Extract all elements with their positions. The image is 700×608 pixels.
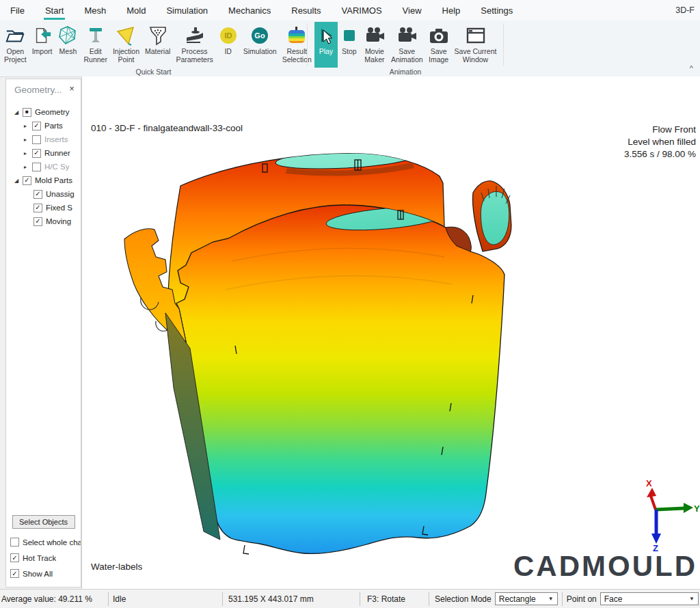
tree-item-moving-side[interactable]: ✓ Moving xyxy=(6,215,81,228)
tree-item-unassigned[interactable]: ✓ Unassig xyxy=(6,187,81,201)
mouse-cursor xyxy=(323,30,334,45)
document-type-label: 3D-F xyxy=(675,0,695,20)
select-whole-chain-checkbox[interactable]: Select whole char xyxy=(6,534,81,550)
ribbon-group-separator xyxy=(503,23,504,66)
chevron-down-icon: ▼ xyxy=(689,596,695,602)
menu-mold[interactable]: Mold xyxy=(116,0,156,20)
checkbox[interactable]: ✓ xyxy=(33,190,42,199)
checkbox[interactable]: ✓ xyxy=(23,176,31,185)
model-title: 010 - 3D-F - finalgateandwall-33-cool xyxy=(91,123,243,133)
simulation-button[interactable]: Go Simulation xyxy=(241,22,280,68)
result-selection-button[interactable]: Result Selection xyxy=(280,22,314,68)
menu-varimos[interactable]: VARIMOS xyxy=(332,0,392,20)
checkbox[interactable]: ■ xyxy=(23,108,31,117)
mesh-button[interactable]: Mesh xyxy=(55,22,81,68)
x-axis-label: X xyxy=(646,478,652,488)
menu-file[interactable]: File xyxy=(0,0,35,20)
menu-view[interactable]: View xyxy=(392,0,432,20)
selection-mode-dropdown[interactable]: Rectangle ▼ xyxy=(495,592,558,605)
svg-text:ID: ID xyxy=(224,31,232,40)
result-subtype: Level when filled xyxy=(624,136,696,148)
menu-mechanics[interactable]: Mechanics xyxy=(218,0,281,20)
ribbon-group-separator xyxy=(307,23,308,66)
status-state: Idle xyxy=(109,590,222,608)
checkbox[interactable]: ✓ xyxy=(33,204,42,212)
process-parameters-icon xyxy=(184,24,206,47)
checkbox[interactable]: ✓ xyxy=(32,149,41,158)
edit-runner-button[interactable]: Edit Runner xyxy=(81,22,109,68)
injection-point-icon xyxy=(116,24,136,47)
result-values: 3.556 s / 98.00 % xyxy=(624,148,696,161)
select-objects-button[interactable]: Select Objects xyxy=(12,515,75,529)
mesh-icon xyxy=(57,24,78,47)
application-window: File Start Mesh Mold Simulation Mechanic… xyxy=(0,0,700,608)
tree-item-runner[interactable]: ▸ ✓ Runner xyxy=(6,146,81,160)
id-button[interactable]: ID ID xyxy=(216,22,241,68)
geometry-sidebar: Geometry... × ◢ ■ Geometry ▸ ✓ Parts ▸ I… xyxy=(0,77,81,589)
result-type: Flow Front xyxy=(624,124,696,136)
group-animation: Animation xyxy=(307,68,504,76)
cadmould-logo: CADMOULD xyxy=(513,550,697,583)
go-icon: Go xyxy=(250,24,269,47)
menu-bar: File Start Mesh Mold Simulation Mechanic… xyxy=(0,0,700,20)
z-axis-arrow xyxy=(651,534,661,544)
tree-item-fixed-side[interactable]: ✓ Fixed S xyxy=(6,201,81,215)
open-project-button[interactable]: Open Project xyxy=(1,22,29,68)
checkbox[interactable] xyxy=(32,163,41,171)
menu-start[interactable]: Start xyxy=(35,0,74,20)
tree-item-parts[interactable]: ▸ ✓ Parts xyxy=(6,119,81,133)
ribbon-toolbar: Open Project Import Mesh Edit Runner xyxy=(0,20,700,77)
injection-point-button[interactable]: Injection Point xyxy=(110,22,142,68)
status-dimensions: 531.195 X 443.017 mm xyxy=(223,590,360,608)
checkbox[interactable]: ✓ xyxy=(33,217,42,226)
import-button[interactable]: Import xyxy=(29,22,55,68)
model-3d-bucket[interactable] xyxy=(81,77,700,589)
tree-item-hc-system[interactable]: ▸ H/C Sy xyxy=(6,160,81,174)
panel-title: Geometry... xyxy=(14,85,62,95)
checkbox[interactable] xyxy=(32,135,41,144)
save-image-button[interactable]: Save Image xyxy=(426,22,452,68)
point-on-dropdown[interactable]: Face ▼ xyxy=(600,592,699,605)
save-animation-button[interactable]: Save Animation xyxy=(388,22,426,68)
geometry-panel: Geometry... × ◢ ■ Geometry ▸ ✓ Parts ▸ I… xyxy=(5,79,81,588)
material-button[interactable]: Material xyxy=(142,22,173,68)
tree-item-mold-parts[interactable]: ◢ ✓ Mold Parts xyxy=(6,174,81,187)
close-icon[interactable]: × xyxy=(67,83,77,94)
menu-help[interactable]: Help xyxy=(432,0,471,20)
save-animation-icon xyxy=(396,24,418,47)
menu-simulation[interactable]: Simulation xyxy=(156,0,218,20)
ribbon-collapse-button[interactable]: ^ xyxy=(690,64,693,72)
checkbox[interactable]: ✓ xyxy=(32,122,41,130)
y-axis-arrow xyxy=(684,503,693,513)
status-average-value: Average value: 49.211 % xyxy=(0,590,108,608)
group-quick-start: Quick Start xyxy=(0,68,307,76)
open-project-icon xyxy=(5,24,25,47)
x-axis-arrow xyxy=(647,488,656,497)
movie-maker-icon xyxy=(364,24,386,47)
process-parameters-button[interactable]: Process Parameters xyxy=(173,22,215,68)
save-image-icon xyxy=(429,24,449,47)
checkbox[interactable]: ✓ xyxy=(10,553,19,562)
status-bar: Average value: 49.211 % Idle 531.195 X 4… xyxy=(0,589,700,608)
point-on-label: Point on xyxy=(563,590,597,608)
checkbox[interactable]: ✓ xyxy=(10,569,19,578)
movie-maker-button[interactable]: Movie Maker xyxy=(361,22,388,68)
status-rotate-hint: F3: Rotate xyxy=(360,590,429,608)
checkbox[interactable] xyxy=(10,538,19,547)
edit-runner-icon xyxy=(85,24,106,47)
ribbon-group-labels: Quick Start Animation xyxy=(0,68,700,77)
water-labels-caption: Water-labels xyxy=(91,562,142,572)
sidebar-footer: Select Objects Select whole char ✓ Hot T… xyxy=(6,515,81,581)
save-current-window-button[interactable]: Save Current Window xyxy=(452,22,500,68)
tree-item-inserts[interactable]: ▸ Inserts xyxy=(6,133,81,146)
menu-results[interactable]: Results xyxy=(281,0,331,20)
show-all-checkbox[interactable]: ✓ Show All xyxy=(6,566,81,581)
menu-settings[interactable]: Settings xyxy=(470,0,523,20)
import-icon xyxy=(33,24,52,47)
id-icon: ID xyxy=(219,24,238,47)
hot-track-checkbox[interactable]: ✓ Hot Track xyxy=(6,550,81,566)
tree-item-geometry[interactable]: ◢ ■ Geometry xyxy=(6,105,81,119)
menu-mesh[interactable]: Mesh xyxy=(74,0,116,20)
model-front-shell xyxy=(176,205,504,553)
stop-button[interactable]: Stop xyxy=(338,22,361,68)
